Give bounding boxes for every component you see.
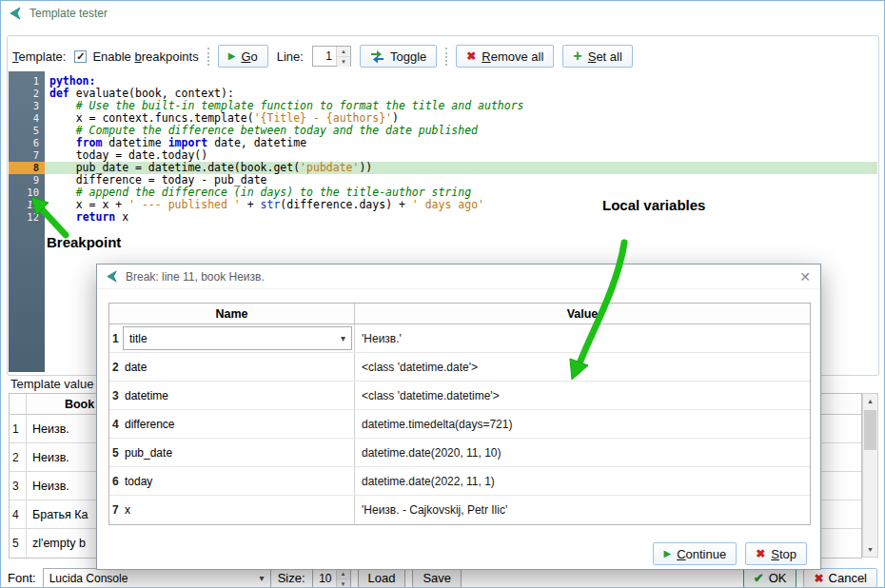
remove-all-breakpoints-button[interactable]: ✖ Remove all — [456, 45, 554, 68]
stop-button[interactable]: ✖ Stop — [745, 542, 807, 565]
book-row-number: 5 — [10, 529, 27, 558]
code-line-11[interactable]: x = x + ' --- published ' + str(differen… — [45, 199, 877, 211]
check-icon: ✔ — [754, 572, 764, 584]
variable-value: datetime.timedelta(days=721) — [355, 410, 810, 438]
gutter-line-7[interactable]: 7 — [9, 149, 45, 162]
vertical-scrollbar[interactable]: ▲ ▼ — [862, 393, 878, 558]
dialog-titlebar[interactable]: Break: line 11, book Неизв. ✕ — [97, 265, 820, 289]
gutter-line-2[interactable]: 2 — [9, 88, 45, 100]
remove-all-icon: ✖ — [466, 50, 476, 62]
gutter-line-6[interactable]: 6 — [9, 137, 45, 149]
go-button[interactable]: ▶ Go — [218, 45, 268, 68]
cancel-button[interactable]: ✖ Cancel — [803, 568, 877, 588]
toggle-breakpoint-button[interactable]: Toggle — [360, 45, 437, 68]
size-spinner[interactable]: 10 ▲ ▼ — [312, 568, 351, 588]
template-tester-window: Template tester Template: ✓ Enable break… — [0, 0, 885, 588]
size-spinner-value[interactable]: 10 — [313, 569, 336, 587]
spin-up-icon[interactable]: ▲ — [337, 569, 350, 579]
line-spinner-value[interactable]: 1 — [313, 47, 336, 66]
scroll-up-icon[interactable]: ▲ — [863, 394, 877, 408]
gutter-line-10[interactable]: 10 — [9, 186, 45, 199]
continue-button[interactable]: ▶ Continue — [653, 542, 737, 565]
variable-row-date[interactable]: 2date<class 'datetime.date'> — [109, 353, 810, 382]
dialog-buttons: ▶ Continue ✖ Stop — [653, 542, 807, 565]
checkbox-checked-icon[interactable]: ✓ — [74, 50, 87, 63]
row-number-header — [10, 394, 27, 414]
variable-name: x — [123, 496, 355, 524]
ok-button[interactable]: ✔ OK — [743, 568, 797, 588]
toolbar-separator — [445, 48, 447, 66]
toolbar-separator — [207, 48, 209, 66]
gutter-line-3[interactable]: 3 — [9, 100, 45, 112]
font-label: Font: — [8, 571, 36, 585]
variable-value: datetime.date(2022, 11, 1) — [355, 467, 810, 495]
variable-value: datetime.date(2020, 11, 10) — [355, 439, 810, 466]
font-combobox[interactable]: Lucida Console ▾ — [43, 568, 271, 588]
play-icon: ▶ — [228, 51, 236, 61]
dialog-title: Break: line 11, book Неизв. — [126, 270, 265, 284]
toolbar: Template: ✓ Enable breakpoints ▶ Go Line… — [12, 43, 873, 69]
remove-all-label: Remove all — [482, 49, 543, 64]
load-button-label: Load — [368, 571, 396, 585]
spin-up-icon[interactable]: ▲ — [337, 47, 350, 57]
variable-name: title▾ — [123, 324, 355, 352]
code-line-12[interactable]: return x — [45, 211, 877, 224]
gutter-line-4[interactable]: 4 — [9, 112, 45, 125]
window-titlebar: Template tester — [1, 1, 884, 26]
gutter-line-1[interactable]: 1 — [9, 75, 45, 88]
ok-button-label: OK — [769, 571, 787, 585]
variable-row-title[interactable]: 1title▾'Неизв.' — [109, 324, 810, 353]
variable-name: date — [123, 353, 355, 381]
variable-value: 'Неизв. - Cajkovskij, Petr Ilic' — [355, 496, 810, 524]
size-label: Size: — [278, 571, 305, 585]
line-spinner[interactable]: 1 ▲ ▼ — [312, 46, 351, 67]
variable-row-number: 7 — [109, 496, 123, 524]
size-spinner-arrows: ▲ ▼ — [336, 569, 350, 587]
variable-row-number: 2 — [109, 353, 123, 381]
stop-button-label: Stop — [771, 547, 796, 561]
save-button-label: Save — [423, 571, 451, 585]
variable-name-combobox[interactable]: title▾ — [123, 326, 352, 350]
cancel-button-label: Cancel — [829, 571, 867, 585]
enable-breakpoints-checkbox[interactable]: ✓ Enable breakpoints — [74, 49, 198, 64]
variable-name-label: title — [129, 332, 148, 345]
gutter-line-8[interactable]: 8 — [9, 162, 45, 174]
load-button[interactable]: Load — [358, 568, 406, 588]
spin-down-icon[interactable]: ▼ — [337, 57, 350, 67]
scrollbar-thumb[interactable] — [864, 410, 876, 450]
gutter-line-9[interactable]: 9 — [9, 174, 45, 186]
book-row-number: 3 — [10, 472, 27, 500]
chevron-down-icon: ▾ — [260, 573, 265, 583]
variable-name: datetime — [123, 382, 355, 409]
close-icon[interactable]: ✕ — [799, 270, 811, 284]
variable-row-number: 5 — [109, 439, 123, 466]
save-button[interactable]: Save — [412, 568, 462, 588]
variables-table-body: 1title▾'Неизв.'2date<class 'datetime.dat… — [109, 324, 810, 524]
variable-row-pub_date[interactable]: 5pub_datedatetime.date(2020, 11, 10) — [109, 439, 810, 467]
gutter-line-12[interactable]: 12 — [9, 211, 45, 224]
gutter-line-5[interactable]: 5 — [9, 125, 45, 137]
cancel-icon: ✖ — [814, 573, 823, 584]
variable-row-number: 4 — [109, 410, 123, 438]
spin-down-icon[interactable]: ▼ — [337, 579, 350, 588]
variable-row-x[interactable]: 7x'Неизв. - Cajkovskij, Petr Ilic' — [109, 496, 810, 524]
font-combobox-value: Lucida Console — [49, 572, 128, 585]
column-header-name[interactable]: Name — [109, 304, 355, 323]
variable-name: today — [123, 467, 355, 495]
set-all-breakpoints-button[interactable]: + Set all — [562, 45, 632, 68]
scroll-down-icon[interactable]: ▼ — [863, 542, 877, 557]
gutter-line-11[interactable]: 11 — [9, 199, 45, 211]
app-icon — [10, 7, 23, 20]
template-value-label: Template value — [10, 377, 93, 391]
scrollbar-track[interactable] — [863, 408, 877, 542]
column-header-value[interactable]: Value — [355, 304, 810, 323]
set-all-icon: + — [573, 49, 581, 64]
variable-row-difference[interactable]: 4differencedatetime.timedelta(days=721) — [109, 410, 810, 439]
toggle-button-label: Toggle — [390, 49, 426, 64]
variable-row-today[interactable]: 6todaydatetime.date(2022, 11, 1) — [109, 467, 810, 496]
variable-row-datetime[interactable]: 3datetime<class 'datetime.datetime'> — [109, 382, 810, 410]
break-dialog: Break: line 11, book Неизв. ✕ Name Value… — [96, 264, 821, 570]
enable-breakpoints-label: Enable breakpoints — [92, 49, 198, 64]
variable-value: <class 'datetime.date'> — [355, 353, 810, 381]
stop-icon: ✖ — [756, 548, 765, 559]
